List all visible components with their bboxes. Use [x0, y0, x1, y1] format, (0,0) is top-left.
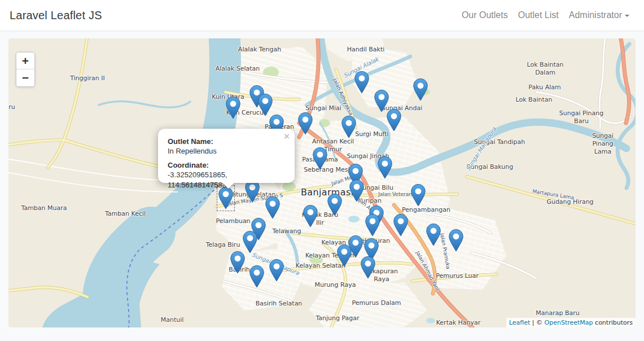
map-marker[interactable] [257, 93, 273, 117]
zoom-in-button[interactable]: + [16, 53, 34, 69]
chevron-down-icon [625, 15, 629, 17]
map-marker[interactable] [303, 204, 318, 228]
navbar: Laravel Leaflet JS Our Outlets Outlet Li… [0, 0, 644, 31]
map-marker[interactable] [297, 112, 313, 135]
map-pin-icon [393, 213, 409, 237]
openstreetmap-link[interactable]: OpenStreetMap [545, 319, 593, 326]
map-marker[interactable] [249, 265, 265, 288]
popup-coordinate-label: Coordinate: [168, 160, 283, 170]
attribution-separator: | [532, 319, 535, 326]
map-pin-icon [225, 96, 241, 120]
map-marker[interactable] [360, 256, 376, 279]
map-marker[interactable] [336, 244, 352, 268]
map-marker[interactable] [426, 223, 441, 247]
zoom-out-button[interactable]: − [16, 69, 34, 86]
map-marker[interactable] [393, 213, 409, 237]
map-pin-icon [218, 186, 234, 210]
map-marker[interactable] [377, 156, 393, 180]
map-pin-icon [365, 213, 380, 237]
map-marker[interactable] [365, 213, 380, 237]
map-pin-icon [360, 256, 376, 279]
map-marker[interactable] [448, 229, 464, 252]
map-pin-icon [349, 179, 365, 203]
attribution-copyright: © [536, 319, 542, 326]
map-marker[interactable] [265, 196, 281, 220]
brand-title[interactable]: Laravel Leaflet JS [10, 9, 102, 22]
map-marker-selected[interactable] [218, 186, 234, 210]
map[interactable]: Outlet Name: In Repellendus Coordinate: … [8, 38, 636, 327]
nav-item-outlet-list[interactable]: Outlet List [513, 6, 564, 25]
map-pin-icon [413, 78, 428, 102]
map-pin-icon [410, 183, 426, 207]
map-marker[interactable] [349, 179, 365, 203]
map-attribution: Leaflet | © OpenStreetMap contributors [506, 318, 636, 327]
map-pin-icon [341, 115, 357, 139]
map-pin-icon [249, 265, 265, 288]
map-pin-icon [265, 196, 281, 220]
map-marker[interactable] [312, 147, 328, 171]
marker-popup: Outlet Name: In Repellendus Coordinate: … [158, 129, 295, 183]
zoom-control: + − [16, 52, 35, 87]
map-marker[interactable] [386, 108, 402, 132]
map-tiles [8, 38, 636, 327]
map-pin-icon [269, 259, 284, 282]
map-pin-icon [336, 244, 352, 268]
attribution-suffix: contributors [595, 319, 633, 326]
popup-outlet-name-label: Outlet Name: [168, 137, 283, 146]
map-marker[interactable] [354, 71, 370, 94]
map-marker[interactable] [225, 96, 241, 120]
popup-outlet-name-value: In Repellendus [168, 146, 283, 156]
map-container: Outlet Name: In Repellendus Coordinate: … [8, 38, 636, 327]
nav-item-our-outlets[interactable]: Our Outlets [457, 6, 513, 25]
map-marker[interactable] [410, 183, 426, 207]
map-marker[interactable] [269, 259, 284, 282]
popup-close-icon[interactable]: × [284, 132, 290, 141]
map-marker[interactable] [341, 115, 357, 139]
map-marker[interactable] [327, 193, 343, 217]
map-pin-icon [312, 147, 328, 171]
leaflet-link[interactable]: Leaflet [509, 319, 530, 326]
map-pin-icon [377, 156, 393, 180]
map-pin-icon [257, 93, 273, 117]
map-pin-icon [426, 223, 441, 247]
map-marker[interactable] [413, 78, 428, 102]
map-pin-icon [448, 229, 464, 252]
nav-item-administrator-dropdown[interactable]: Administrator [564, 6, 634, 25]
nav-links: Our Outlets Outlet List Administrator [457, 6, 634, 25]
map-pin-icon [303, 204, 318, 228]
nav-item-administrator-label: Administrator [569, 10, 622, 20]
map-pin-icon [297, 112, 313, 135]
map-pin-icon [354, 71, 370, 94]
map-pin-icon [230, 251, 246, 274]
map-pin-icon [386, 108, 402, 132]
map-marker[interactable] [230, 251, 246, 274]
map-pin-icon [327, 193, 343, 217]
popup-spacer [168, 156, 283, 160]
